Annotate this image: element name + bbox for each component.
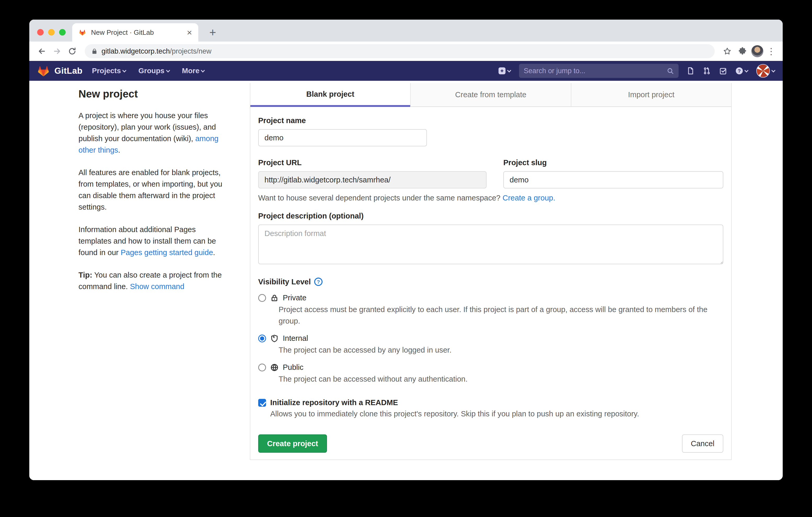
visibility-option-private: Private Project access must be granted e…	[258, 294, 723, 327]
sidebar-tip: Tip: You can also create a project from …	[79, 269, 227, 292]
nav-item-groups[interactable]: Groups	[138, 67, 170, 75]
chevron-down-icon	[201, 68, 205, 72]
visibility-help-icon[interactable]: ?	[314, 277, 323, 286]
gitlab-navbar: GitLab Projects Groups More	[29, 61, 783, 81]
traffic-lights	[37, 29, 66, 35]
help-menu-button[interactable]: ?	[735, 67, 748, 75]
project-slug-input[interactable]	[503, 171, 723, 188]
chevron-down-icon	[122, 68, 126, 72]
project-description-label: Project description (optional)	[258, 212, 723, 220]
globe-icon	[270, 363, 279, 372]
merge-requests-icon[interactable]	[703, 67, 711, 75]
namespace-helper: Want to house several dependent projects…	[258, 194, 723, 202]
visibility-option-internal: Internal The project can be accessed by …	[258, 334, 723, 356]
internal-radio[interactable]	[258, 335, 266, 342]
new-menu-button[interactable]	[498, 67, 511, 75]
browser-tabstrip: New Project · GitLab × +	[29, 20, 783, 41]
url-text: gitlab.widgetcorp.tech/projects/new	[102, 47, 211, 55]
project-url-input[interactable]	[258, 171, 487, 188]
browser-menu-icon[interactable]: ⋮	[766, 46, 776, 57]
readme-checkbox[interactable]	[258, 399, 266, 407]
private-label: Private	[283, 294, 306, 302]
browser-toolbar: gitlab.widgetcorp.tech/projects/new ⋮	[29, 41, 783, 61]
browser-tab[interactable]: New Project · GitLab ×	[72, 23, 198, 41]
readme-label: Initialize repository with a README	[270, 398, 398, 407]
public-radio[interactable]	[258, 364, 266, 371]
padlock-icon	[91, 48, 98, 55]
bookmark-star-icon[interactable]	[721, 45, 733, 58]
tab-create-from-template[interactable]: Create from template	[410, 83, 571, 107]
issues-icon[interactable]	[687, 67, 695, 75]
sidebar-paragraph: A project is where you house your files …	[79, 110, 227, 156]
reload-icon[interactable]	[66, 45, 79, 58]
new-project-panel: Blank project Create from template Impor…	[250, 83, 732, 460]
project-description-textarea[interactable]	[258, 224, 723, 264]
user-avatar	[756, 64, 770, 78]
help-icon: ?	[735, 67, 744, 75]
browser-profile-avatar[interactable]	[751, 45, 763, 57]
url-path: /projects/new	[170, 47, 211, 55]
forward-icon[interactable]	[51, 45, 63, 58]
visibility-level-label: Visibility Level	[258, 278, 311, 286]
search-bar[interactable]	[519, 64, 678, 78]
project-type-tabs: Blank project Create from template Impor…	[250, 83, 731, 107]
gitlab-logo-icon[interactable]	[37, 64, 50, 78]
url-domain: gitlab.widgetcorp.tech	[102, 47, 170, 55]
internal-label: Internal	[283, 334, 308, 343]
shield-icon	[270, 334, 279, 343]
project-name-input[interactable]	[258, 129, 427, 146]
blank-project-form: Project name Project URL Project slug Wa…	[250, 107, 731, 459]
extensions-puzzle-icon[interactable]	[736, 45, 749, 58]
address-bar[interactable]: gitlab.widgetcorp.tech/projects/new	[85, 44, 715, 58]
sidebar-help-column: New project A project is where you house…	[79, 88, 227, 303]
tab-blank-project[interactable]: Blank project	[250, 83, 410, 107]
page-title: New project	[79, 88, 227, 100]
search-icon	[667, 67, 674, 74]
nav-item-more[interactable]: More	[182, 67, 205, 75]
chevron-down-icon	[745, 68, 749, 72]
tab-import-project[interactable]: Import project	[571, 83, 731, 107]
sidebar-paragraph: All features are enabled for blank proje…	[79, 167, 227, 213]
readme-section: Initialize repository with a README Allo…	[258, 398, 723, 418]
tab-title: New Project · GitLab	[91, 29, 182, 37]
user-menu-button[interactable]	[756, 64, 775, 78]
sidebar-paragraph: Information about additional Pages templ…	[79, 224, 227, 258]
todos-icon[interactable]	[719, 67, 727, 75]
private-radio[interactable]	[258, 294, 266, 302]
private-description: Project access must be granted explicitl…	[279, 304, 721, 327]
back-icon[interactable]	[36, 45, 48, 58]
create-a-group-link[interactable]: Create a group.	[502, 194, 555, 202]
pages-guide-link[interactable]: Pages getting started guide	[121, 248, 213, 257]
internal-description: The project can be accessed by any logge…	[279, 344, 721, 356]
plus-square-icon	[498, 67, 506, 75]
svg-text:?: ?	[317, 279, 320, 285]
gitlab-brand[interactable]: GitLab	[54, 66, 83, 76]
nav-item-projects[interactable]: Projects	[92, 67, 126, 75]
visibility-option-public: Public The project can be accessed witho…	[258, 363, 723, 385]
browser-window: New Project · GitLab × + gitlab.widgetco…	[29, 20, 783, 480]
zoom-window-button[interactable]	[59, 29, 66, 35]
new-tab-button[interactable]: +	[205, 25, 220, 40]
gitlab-favicon-icon	[79, 29, 86, 36]
chevron-down-icon	[507, 68, 512, 72]
project-slug-label: Project slug	[503, 158, 723, 167]
search-input[interactable]	[524, 67, 667, 75]
lock-icon	[270, 294, 279, 302]
chevron-down-icon	[166, 68, 170, 72]
close-window-button[interactable]	[37, 29, 44, 35]
project-url-label: Project URL	[258, 158, 487, 167]
show-command-link[interactable]: Show command	[130, 282, 184, 291]
minimize-window-button[interactable]	[48, 29, 55, 35]
tip-label: Tip:	[79, 271, 92, 279]
readme-description: Allows you to immediately clone this pro…	[270, 409, 723, 418]
public-label: Public	[283, 363, 303, 372]
project-name-label: Project name	[258, 116, 723, 125]
chevron-down-icon	[772, 68, 776, 72]
svg-text:?: ?	[738, 68, 741, 74]
cancel-button[interactable]: Cancel	[682, 434, 723, 453]
page-content: New project A project is where you house…	[29, 81, 783, 480]
create-project-button[interactable]: Create project	[258, 434, 327, 453]
public-description: The project can be accessed without any …	[279, 373, 721, 385]
tab-close-icon[interactable]: ×	[187, 28, 192, 37]
